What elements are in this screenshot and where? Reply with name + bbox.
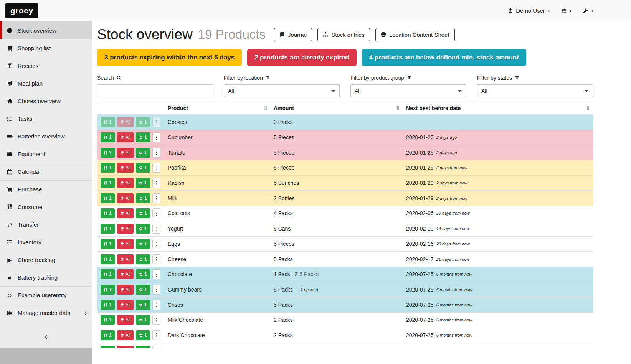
open-one-button[interactable]: 1 xyxy=(136,163,150,173)
sidebar-item[interactable]: ⇄ Transfer xyxy=(0,216,92,233)
consume-all-button[interactable]: All xyxy=(117,208,134,218)
consume-one-button[interactable]: 1 xyxy=(101,117,115,127)
consume-one-button[interactable]: 1 xyxy=(101,239,115,249)
sidebar-item[interactable]: Manage master data › xyxy=(0,304,92,321)
row-menu-button[interactable]: ⋮ xyxy=(152,117,160,127)
row-menu-button[interactable]: ⋮ xyxy=(152,254,160,264)
consume-all-button[interactable]: All xyxy=(117,285,134,295)
row-menu-button[interactable]: ⋮ xyxy=(152,285,160,295)
sidebar-item[interactable]: Consume xyxy=(0,198,92,216)
consume-one-button[interactable]: 1 xyxy=(101,330,115,340)
open-one-button[interactable]: 1 xyxy=(136,148,150,158)
sidebar-item[interactable]: ▶ Chore tracking xyxy=(0,251,92,268)
amount-column-header[interactable]: Amount ⇅ xyxy=(271,102,403,114)
header-action-button[interactable]: Location Content Sheet xyxy=(375,28,455,41)
row-menu-button[interactable]: ⋮ xyxy=(152,269,160,279)
open-one-button[interactable]: 1 xyxy=(136,300,150,310)
status-filter-select[interactable]: All xyxy=(477,84,593,97)
consume-one-button[interactable]: 1 xyxy=(101,315,115,325)
best-before-column-header[interactable]: Next best before date ⇅ xyxy=(403,102,593,114)
consume-all-button[interactable]: All xyxy=(117,239,134,249)
consume-one-button[interactable]: 1 xyxy=(101,148,115,158)
consume-one-button[interactable]: 1 xyxy=(101,300,115,310)
header-action-button[interactable]: Journal xyxy=(274,28,312,41)
open-one-button[interactable]: 1 xyxy=(136,285,150,295)
search-label: Search xyxy=(97,74,213,81)
consume-all-button[interactable]: All xyxy=(117,117,134,127)
consume-all-button[interactable]: All xyxy=(117,315,134,325)
sidebar-item[interactable]: Equipment xyxy=(0,145,92,163)
sidebar-item[interactable]: Recipes xyxy=(0,57,92,74)
status-banner[interactable]: 3 products expiring within the next 5 da… xyxy=(97,49,242,66)
sidebar-item[interactable]: Tasks xyxy=(0,110,92,127)
sidebar-item[interactable]: Shopping list xyxy=(0,39,92,57)
location-filter-select[interactable]: All xyxy=(224,84,340,97)
row-menu-button[interactable]: ⋮ xyxy=(152,132,160,142)
open-one-button[interactable]: 1 xyxy=(136,239,150,249)
row-menu-button[interactable]: ⋮ xyxy=(152,163,160,173)
row-menu-button[interactable]: ⋮ xyxy=(152,178,160,188)
row-menu-button[interactable]: ⋮ xyxy=(152,148,160,158)
consume-one-button[interactable]: 1 xyxy=(101,163,115,173)
consume-one-button[interactable]: 1 xyxy=(101,346,115,348)
sidebar-item[interactable]: ☺ Example userentity xyxy=(0,286,92,304)
consume-all-button[interactable]: All xyxy=(117,346,134,348)
open-one-button[interactable]: 1 xyxy=(136,178,150,188)
status-banner[interactable]: 4 products are below defined min. stock … xyxy=(362,49,526,66)
row-menu-button[interactable]: ⋮ xyxy=(152,193,160,203)
consume-all-button[interactable]: All xyxy=(117,224,134,234)
row-menu-button[interactable]: ⋮ xyxy=(152,346,160,348)
open-one-button[interactable]: 1 xyxy=(136,224,150,234)
row-menu-button[interactable]: ⋮ xyxy=(152,224,160,234)
sidebar-item[interactable]: Battery tracking xyxy=(0,268,92,286)
consume-all-button[interactable]: All xyxy=(117,132,134,142)
consume-one-button[interactable]: 1 xyxy=(101,269,115,279)
row-menu-button[interactable]: ⋮ xyxy=(152,330,160,340)
open-one-button[interactable]: 1 xyxy=(136,132,150,142)
header-action-button[interactable]: Stock entries xyxy=(317,28,370,41)
sidebar-item[interactable]: Chores overview xyxy=(0,92,92,110)
consume-all-button[interactable]: All xyxy=(117,300,134,310)
row-menu-button[interactable]: ⋮ xyxy=(152,208,160,218)
sidebar-item[interactable]: Purchase xyxy=(0,180,92,198)
open-one-button[interactable]: 1 xyxy=(136,117,150,127)
sidebar-item[interactable]: Calendar xyxy=(0,163,92,180)
settings-menu[interactable]: › xyxy=(561,8,571,14)
open-one-button[interactable]: 1 xyxy=(136,193,150,203)
row-menu-button[interactable]: ⋮ xyxy=(152,315,160,325)
consume-one-button[interactable]: 1 xyxy=(101,208,115,218)
consume-all-button[interactable]: All xyxy=(117,163,134,173)
consume-one-button[interactable]: 1 xyxy=(101,224,115,234)
open-one-button[interactable]: 1 xyxy=(136,315,150,325)
consume-all-button[interactable]: All xyxy=(117,330,134,340)
consume-all-button[interactable]: All xyxy=(117,148,134,158)
consume-one-button[interactable]: 1 xyxy=(101,285,115,295)
consume-one-button[interactable]: 1 xyxy=(101,178,115,188)
consume-all-button[interactable]: All xyxy=(117,178,134,188)
grocy-logo[interactable]: grocy xyxy=(5,3,38,18)
consume-one-button[interactable]: 1 xyxy=(101,132,115,142)
open-one-button[interactable]: 1 xyxy=(136,330,150,340)
product-column-header[interactable]: Product ⇅ xyxy=(165,102,271,114)
sidebar-item[interactable]: Stock overview xyxy=(0,21,92,39)
status-banner[interactable]: 2 products are already expired xyxy=(247,49,357,66)
sidebar-collapse-button[interactable]: ‹ xyxy=(0,325,92,348)
row-menu-button[interactable]: ⋮ xyxy=(152,239,160,249)
sidebar-item[interactable]: Inventory xyxy=(0,233,92,251)
consume-all-button[interactable]: All xyxy=(117,254,134,264)
consume-all-button[interactable]: All xyxy=(117,193,134,203)
consume-one-button[interactable]: 1 xyxy=(101,193,115,203)
user-menu[interactable]: Demo User › xyxy=(508,7,550,14)
open-one-button[interactable]: 1 xyxy=(136,208,150,218)
sidebar-item[interactable]: Meal plan xyxy=(0,74,92,92)
open-one-button[interactable]: 1 xyxy=(136,269,150,279)
product-group-filter-select[interactable]: All xyxy=(350,84,466,97)
search-input[interactable] xyxy=(97,84,213,97)
consume-one-button[interactable]: 1 xyxy=(101,254,115,264)
sidebar-item[interactable]: Batteries overview xyxy=(0,127,92,145)
open-one-button[interactable]: 1 xyxy=(136,346,150,348)
consume-all-button[interactable]: All xyxy=(117,269,134,279)
row-menu-button[interactable]: ⋮ xyxy=(152,300,160,310)
admin-menu[interactable]: › xyxy=(583,8,593,14)
open-one-button[interactable]: 1 xyxy=(136,254,150,264)
